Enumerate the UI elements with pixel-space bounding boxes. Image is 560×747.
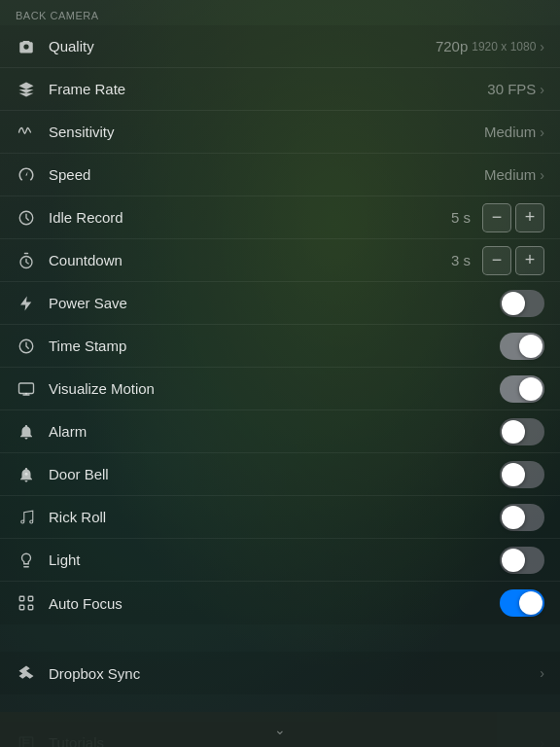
power-save-toggle[interactable] [500, 290, 544, 317]
idle-record-value: 5 s [451, 209, 471, 226]
visualize-motion-label: Visualize Motion [49, 380, 500, 397]
doorbell-icon [16, 464, 37, 485]
alarm-label: Alarm [49, 423, 500, 440]
quality-row[interactable]: Quality 720p 1920 x 1080 › [0, 25, 560, 68]
idle-record-label: Idle Record [49, 209, 451, 226]
quality-chevron: › [540, 39, 544, 54]
svg-rect-6 [19, 596, 24, 601]
camera-settings-group: Quality 720p 1920 x 1080 › Frame Rate 30… [0, 25, 560, 624]
idle-record-plus-button[interactable]: + [515, 203, 544, 232]
gauge-icon [16, 164, 37, 186]
alarm-toggle[interactable] [500, 418, 544, 445]
timer-icon [16, 250, 37, 271]
auto-focus-label: Auto Focus [49, 595, 500, 612]
dropbox-sync-label: Dropbox Sync [49, 665, 540, 682]
bulb-icon [16, 550, 37, 571]
focus-icon [16, 592, 37, 614]
svg-rect-8 [19, 605, 24, 610]
svg-rect-4 [19, 383, 34, 394]
alarm-row: Alarm [0, 410, 560, 453]
time-stamp-toggle[interactable] [500, 333, 544, 360]
frame-rate-value: 30 FPS [487, 81, 536, 97]
dropbox-sync-row[interactable]: Dropbox Sync › [0, 652, 560, 694]
bottom-bar: ⌄ [0, 712, 560, 747]
section-header-camera: BACK CAMERA [0, 0, 560, 25]
power-save-row: Power Save [0, 282, 560, 325]
quality-value: 720p [436, 38, 468, 54]
door-bell-row: Door Bell [0, 453, 560, 496]
sensitivity-chevron: › [540, 124, 544, 140]
time-stamp-label: Time Stamp [49, 338, 500, 354]
light-label: Light [49, 551, 500, 568]
countdown-minus-button[interactable]: − [482, 246, 511, 275]
sensitivity-value: Medium [484, 124, 536, 140]
svg-point-5 [25, 472, 28, 475]
bell-icon [16, 421, 37, 443]
frame-rate-chevron: › [540, 82, 544, 97]
countdown-label: Countdown [49, 252, 451, 268]
countdown-value: 3 s [451, 252, 471, 268]
sync-settings-group: Dropbox Sync › [0, 652, 560, 694]
sensitivity-row[interactable]: Sensitivity Medium › [0, 111, 560, 154]
time-stamp-row: Time Stamp [0, 325, 560, 368]
bottom-bar-chevron: ⌄ [274, 722, 286, 737]
light-toggle[interactable] [500, 547, 544, 574]
rick-roll-row: Rick Roll [0, 496, 560, 539]
rick-roll-label: Rick Roll [49, 509, 500, 525]
speed-label: Speed [49, 166, 484, 183]
svg-rect-9 [28, 605, 33, 610]
layers-icon [16, 79, 37, 100]
sensitivity-label: Sensitivity [49, 124, 484, 140]
door-bell-toggle[interactable] [500, 461, 544, 488]
svg-rect-7 [28, 596, 33, 601]
rick-roll-toggle[interactable] [500, 504, 544, 531]
main-container: BACK CAMERA Quality 720p 1920 x 1080 › F… [0, 0, 560, 747]
frame-rate-row[interactable]: Frame Rate 30 FPS › [0, 68, 560, 111]
bolt-icon [16, 293, 37, 314]
music-icon [16, 507, 37, 528]
clock-icon [16, 207, 37, 229]
screen-icon [16, 378, 37, 400]
countdown-stepper: 3 s − + [451, 246, 544, 275]
speed-row[interactable]: Speed Medium › [0, 154, 560, 196]
wave-icon [16, 122, 37, 143]
auto-focus-toggle[interactable] [500, 589, 544, 617]
svg-rect-1 [24, 252, 29, 254]
idle-record-stepper: 5 s − + [451, 203, 544, 232]
door-bell-label: Door Bell [49, 466, 500, 482]
visualize-motion-toggle[interactable] [500, 375, 544, 403]
quality-label: Quality [49, 38, 436, 54]
quality-value-sub: 1920 x 1080 [472, 40, 536, 53]
idle-record-row: Idle Record 5 s − + [0, 196, 560, 239]
camera-icon [16, 36, 37, 57]
auto-focus-row: Auto Focus [0, 582, 560, 624]
speed-value: Medium [484, 166, 536, 183]
frame-rate-label: Frame Rate [49, 81, 487, 97]
power-save-label: Power Save [49, 295, 500, 311]
countdown-plus-button[interactable]: + [515, 246, 544, 275]
idle-record-minus-button[interactable]: − [482, 203, 511, 232]
dropbox-icon [16, 662, 37, 684]
clock2-icon [16, 336, 37, 357]
countdown-row: Countdown 3 s − + [0, 239, 560, 282]
dropbox-sync-chevron: › [540, 665, 544, 681]
visualize-motion-row: Visualize Motion [0, 368, 560, 410]
light-row: Light [0, 539, 560, 582]
speed-chevron: › [540, 167, 544, 183]
